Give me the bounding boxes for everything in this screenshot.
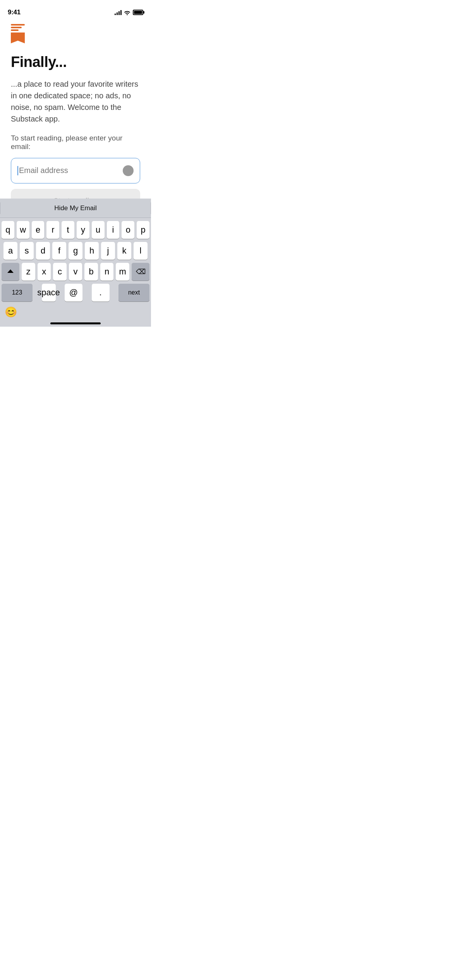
suggestion-hide-my-email[interactable]: Hide My Email — [0, 204, 151, 212]
status-bar: 9:41 — [0, 0, 151, 19]
key-g[interactable]: g — [69, 242, 82, 260]
status-icons — [115, 10, 143, 15]
key-q[interactable]: q — [2, 221, 14, 239]
email-input[interactable] — [19, 166, 123, 175]
key-o[interactable]: o — [122, 221, 134, 239]
key-l[interactable]: l — [134, 242, 148, 260]
key-b[interactable]: b — [84, 263, 98, 281]
key-n[interactable]: n — [100, 263, 114, 281]
key-s[interactable]: s — [20, 242, 34, 260]
battery-icon — [133, 10, 143, 15]
keyboard-rows: q w e r t y u i o p a s d f g h j k l — [0, 218, 151, 303]
keyboard: Hide My Email q w e r t y u i o p a s d … — [0, 199, 151, 327]
key-t[interactable]: t — [62, 221, 74, 239]
status-time: 9:41 — [8, 9, 21, 16]
keyboard-suggestion-bar[interactable]: Hide My Email — [0, 199, 151, 218]
shift-arrow-icon — [7, 269, 14, 273]
shift-key[interactable] — [2, 263, 19, 281]
home-indicator — [50, 322, 101, 324]
email-clear-button[interactable] — [123, 165, 134, 176]
key-h[interactable]: h — [85, 242, 99, 260]
key-x[interactable]: x — [38, 263, 51, 281]
key-p[interactable]: p — [137, 221, 149, 239]
key-c[interactable]: c — [53, 263, 67, 281]
key-z[interactable]: z — [22, 263, 35, 281]
cursor — [17, 166, 18, 175]
key-e[interactable]: e — [32, 221, 45, 239]
key-f[interactable]: f — [52, 242, 66, 260]
substack-logo — [11, 24, 140, 43]
key-row-2: a s d f g h j k l — [2, 242, 149, 260]
key-space[interactable]: space — [42, 284, 56, 302]
key-row-1: q w e r t y u i o p — [2, 221, 149, 239]
signal-icon — [115, 10, 122, 15]
email-input-wrapper[interactable] — [11, 158, 140, 183]
key-w[interactable]: w — [17, 221, 29, 239]
key-period[interactable]: . — [92, 284, 110, 302]
key-j[interactable]: j — [101, 242, 115, 260]
key-k[interactable]: k — [117, 242, 131, 260]
key-d[interactable]: d — [36, 242, 50, 260]
page-headline: Finally... — [11, 54, 140, 70]
key-numbers[interactable]: 123 — [2, 284, 33, 302]
email-prompt: To start reading, please enter your emai… — [11, 134, 140, 151]
key-y[interactable]: y — [77, 221, 89, 239]
key-v[interactable]: v — [69, 263, 82, 281]
key-i[interactable]: i — [107, 221, 120, 239]
key-m[interactable]: m — [116, 263, 129, 281]
emoji-button[interactable]: 😊 — [5, 306, 17, 318]
page-description: ...a place to read your favorite writers… — [11, 78, 140, 125]
wifi-icon — [124, 10, 130, 15]
suggestion-divider-right — [151, 202, 151, 214]
delete-key[interactable]: ⌫ — [132, 263, 149, 281]
key-row-3: z x c v b n m ⌫ — [2, 263, 149, 281]
key-row-4: 123 space @ . next — [2, 284, 149, 302]
key-a[interactable]: a — [3, 242, 17, 260]
key-r[interactable]: r — [46, 221, 59, 239]
delete-icon: ⌫ — [136, 267, 146, 276]
key-next[interactable]: next — [118, 284, 149, 302]
key-at[interactable]: @ — [65, 284, 82, 302]
key-u[interactable]: u — [92, 221, 105, 239]
